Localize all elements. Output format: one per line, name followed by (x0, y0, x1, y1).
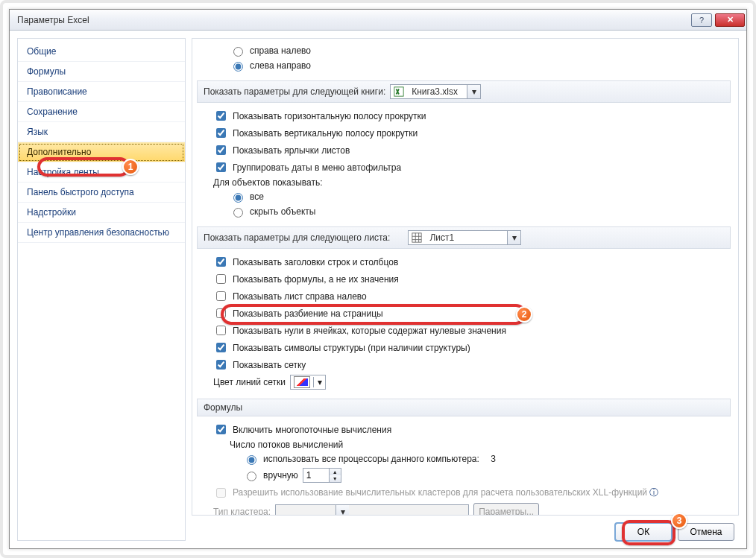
sheet-combo[interactable]: Лист1 ▾ (408, 230, 521, 245)
book-check-3[interactable] (216, 162, 226, 172)
multithread-checkbox[interactable] (216, 425, 226, 434)
window-title: Параметры Excel (17, 15, 691, 25)
direction-rtl-radio[interactable] (233, 47, 243, 57)
book-check-0[interactable] (216, 111, 226, 121)
sidebar-item-6[interactable]: Настройка ленты (18, 162, 185, 183)
cancel-button[interactable]: Отмена (678, 523, 734, 541)
dialog-footer: ОК Отмена (192, 516, 739, 541)
sheet-check-2[interactable] (216, 291, 226, 301)
grid-color-picker[interactable]: ▾ (290, 375, 326, 390)
sheet-check-3[interactable] (216, 308, 226, 318)
sidebar-item-3[interactable]: Сохранение (18, 102, 185, 122)
book-combo[interactable]: Книга3.xlsx ▾ (390, 84, 481, 99)
sheet-check-1[interactable] (216, 274, 226, 284)
chevron-down-icon: ▾ (507, 231, 520, 244)
sheet-section-header: Показать параметры для следующего листа:… (197, 226, 731, 249)
direction-ltr-radio[interactable] (233, 62, 243, 72)
options-panel[interactable]: справа налево слева направо Показать пар… (192, 38, 739, 516)
sidebar-item-0[interactable]: Общие (18, 42, 185, 62)
cluster-params-button: Параметры... (473, 503, 539, 516)
sheet-check-5[interactable] (216, 343, 226, 352)
threads-all-radio[interactable] (247, 455, 256, 465)
help-button[interactable]: ? (691, 13, 712, 27)
sheet-check-4[interactable] (216, 326, 226, 335)
sidebar-item-9[interactable]: Центр управления безопасностью (18, 223, 185, 243)
cluster-type-combo: ▾ (275, 504, 469, 516)
book-check-1[interactable] (216, 128, 226, 138)
sidebar-item-1[interactable]: Формулы (18, 62, 185, 82)
chevron-down-icon: ▾ (467, 85, 480, 98)
cluster-allow-checkbox (216, 488, 226, 498)
sidebar: ОбщиеФормулыПравописаниеСохранениеЯзыкДо… (17, 38, 186, 541)
sidebar-item-8[interactable]: Надстройки (18, 203, 185, 223)
direction-rtl-label: справа налево (250, 45, 311, 56)
sidebar-item-7[interactable]: Панель быстрого доступа (18, 183, 185, 203)
direction-ltr-label: слева направо (250, 60, 311, 71)
sidebar-item-2[interactable]: Правописание (18, 82, 185, 102)
ok-button[interactable]: ОК (615, 523, 672, 541)
book-section-header: Показать параметры для следующей книги: … (197, 80, 731, 103)
grid-color-label: Цвет линий сетки (213, 377, 286, 387)
formulas-section-header: Формулы (197, 399, 731, 416)
titlebar: Параметры Excel ? ✕ (10, 10, 746, 31)
threads-manual-radio[interactable] (247, 472, 256, 481)
svg-rect-1 (412, 233, 421, 242)
sidebar-item-4[interactable]: Язык (18, 122, 185, 142)
svg-rect-0 (394, 87, 403, 96)
book-check-2[interactable] (216, 145, 226, 155)
objects-hide-radio[interactable] (233, 208, 243, 218)
objects-label: Для объектов показывать: (197, 176, 731, 189)
sheet-check-0[interactable] (216, 257, 226, 267)
objects-all-radio[interactable] (233, 193, 243, 203)
sheet-icon (410, 231, 423, 244)
close-button[interactable]: ✕ (715, 13, 745, 27)
xlsx-icon (392, 85, 406, 98)
sheet-check-6[interactable] (216, 360, 226, 370)
sidebar-item-5[interactable]: Дополнительно (18, 142, 185, 162)
threads-manual-spinner[interactable]: ▲▼ (303, 468, 341, 483)
